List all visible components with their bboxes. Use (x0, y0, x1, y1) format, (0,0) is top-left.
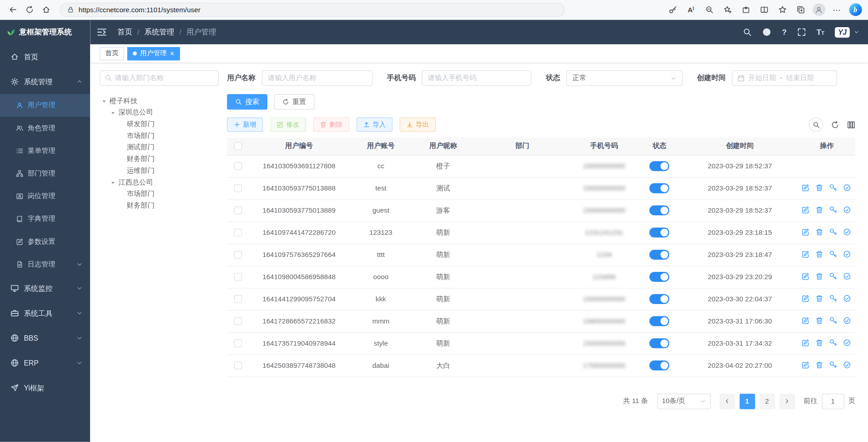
sidebar-item-system-management[interactable]: 系统管理 (0, 69, 90, 94)
import-button[interactable]: 导入 (356, 117, 393, 132)
status-toggle[interactable] (650, 228, 669, 238)
sidebar-item-erp[interactable]: ERP (0, 351, 90, 375)
add-button[interactable]: 新增 (227, 117, 263, 132)
export-button[interactable]: 导出 (400, 117, 436, 132)
reset-password-button[interactable] (830, 338, 838, 347)
status-toggle[interactable] (650, 338, 669, 348)
edit-user-button[interactable] (802, 250, 810, 258)
phone-input[interactable] (422, 70, 531, 86)
font-size-button[interactable]: TT (816, 28, 824, 37)
assign-role-button[interactable] (843, 316, 851, 324)
extensions-button[interactable] (737, 2, 754, 17)
delete-user-button[interactable] (816, 205, 824, 214)
browser-more-button[interactable]: ⋯ (829, 2, 845, 17)
status-toggle[interactable] (650, 294, 669, 304)
assign-role-button[interactable] (843, 272, 851, 280)
status-toggle[interactable] (650, 183, 669, 193)
edit-user-button[interactable] (802, 228, 810, 236)
date-range-picker[interactable]: 开始日期 - 结束日期 (732, 70, 837, 86)
assign-role-button[interactable] (843, 183, 851, 191)
browser-home-button[interactable] (38, 2, 54, 17)
delete-user-button[interactable] (816, 361, 824, 369)
tab-home[interactable]: 首页 (100, 47, 124, 60)
split-screen-button[interactable] (756, 2, 773, 17)
goto-page-input[interactable] (822, 394, 844, 409)
breadcrumb-system[interactable]: 系统管理 (144, 27, 174, 37)
tree-node-dept[interactable]: 财务部门 (100, 153, 218, 165)
tree-node-branch[interactable]: 江西总公司 (100, 176, 218, 188)
collections-button[interactable] (792, 2, 809, 17)
row-checkbox[interactable] (234, 229, 242, 237)
edit-button[interactable]: 修改 (270, 117, 306, 132)
edit-user-button[interactable] (802, 205, 810, 214)
edit-user-button[interactable] (802, 294, 810, 302)
next-page-button[interactable] (779, 394, 795, 409)
add-favorite-button[interactable] (719, 2, 736, 17)
sidebar-item-system-monitoring[interactable]: 系统监控 (0, 276, 90, 301)
caret-down-icon[interactable] (110, 110, 116, 115)
copilot-button[interactable]: b (847, 2, 864, 17)
caret-down-icon[interactable] (101, 98, 107, 104)
edit-user-button[interactable] (802, 316, 810, 324)
username-input[interactable] (262, 70, 373, 86)
reset-password-button[interactable] (830, 361, 838, 369)
column-settings-button[interactable] (847, 120, 855, 128)
status-toggle[interactable] (650, 205, 669, 215)
edit-user-button[interactable] (802, 183, 810, 191)
tree-node-dept[interactable]: 市场部门 (100, 188, 218, 200)
reset-password-button[interactable] (830, 316, 838, 324)
row-checkbox[interactable] (234, 340, 242, 347)
delete-user-button[interactable] (816, 316, 824, 324)
reset-password-button[interactable] (830, 272, 838, 280)
header-search-button[interactable] (743, 28, 752, 37)
tab-user-management[interactable]: 用户管理 × (127, 47, 180, 60)
reset-password-button[interactable] (830, 183, 838, 191)
delete-user-button[interactable] (816, 272, 824, 280)
toggle-search-button[interactable] (809, 117, 823, 132)
search-button[interactable]: 搜索 (227, 94, 267, 109)
user-avatar-logo[interactable]: YJ (835, 27, 850, 37)
breadcrumb-home[interactable]: 首页 (117, 27, 132, 37)
sidebar-item-role-management[interactable]: 角色管理 (0, 117, 90, 139)
zoom-out-button[interactable] (701, 2, 717, 17)
row-checkbox[interactable] (234, 207, 242, 214)
assign-role-button[interactable] (843, 338, 851, 347)
tree-node-branch[interactable]: 深圳总公司 (100, 107, 218, 119)
browser-address-bar[interactable]: https://ccnetcore.com:1101/system/user (60, 3, 564, 17)
sidebar-item-dictionary-management[interactable]: 字典管理 (0, 208, 90, 230)
status-select[interactable]: 正常 (566, 70, 683, 86)
favorites-button[interactable] (774, 2, 791, 17)
page-1-button[interactable]: 1 (740, 394, 755, 409)
department-search-input[interactable] (100, 70, 218, 86)
delete-user-button[interactable] (816, 294, 824, 302)
status-toggle[interactable] (650, 272, 669, 282)
status-toggle[interactable] (650, 250, 669, 260)
row-checkbox[interactable] (234, 362, 242, 370)
page-size-select[interactable]: 10条/页 (657, 394, 711, 409)
close-tab-icon[interactable]: × (170, 50, 174, 57)
select-all-checkbox[interactable] (234, 143, 242, 150)
row-checkbox[interactable] (234, 273, 242, 281)
sidebar-item-menu-management[interactable]: 菜单管理 (0, 139, 90, 162)
avatar-caret-down-icon[interactable] (854, 29, 859, 35)
edit-user-button[interactable] (802, 338, 810, 347)
browser-back-button[interactable] (5, 2, 21, 17)
assign-role-button[interactable] (843, 228, 851, 236)
tree-node-dept[interactable]: 财务部门 (100, 200, 218, 212)
sidebar-item-user-management[interactable]: 用户管理 (0, 94, 90, 117)
reset-button[interactable]: 重置 (274, 94, 314, 109)
assign-role-button[interactable] (843, 361, 851, 369)
tree-node-dept[interactable]: 市场部门 (100, 130, 218, 142)
row-checkbox[interactable] (234, 251, 242, 259)
delete-user-button[interactable] (816, 228, 824, 236)
reset-password-button[interactable] (830, 205, 838, 214)
row-checkbox[interactable] (234, 295, 242, 303)
sidebar-item-log-management[interactable]: 日志管理 (0, 253, 90, 276)
assign-role-button[interactable] (843, 294, 851, 302)
row-checkbox[interactable] (234, 162, 242, 170)
edit-user-button[interactable] (802, 361, 810, 369)
row-checkbox[interactable] (234, 185, 242, 192)
edit-user-button[interactable] (802, 272, 810, 280)
sidebar-toggle-icon[interactable] (97, 27, 107, 37)
sidebar-item-home[interactable]: 首页 (0, 44, 90, 69)
